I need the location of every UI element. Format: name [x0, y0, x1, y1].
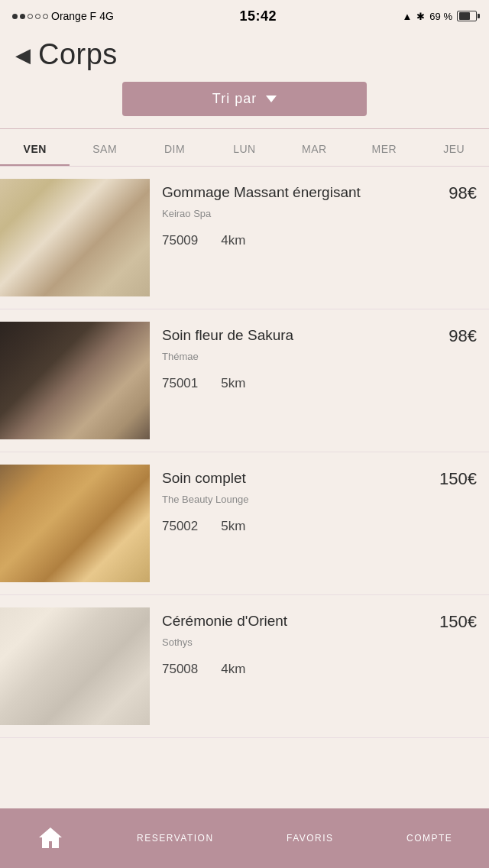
item-meta-4: 75008 4km	[162, 662, 477, 677]
item-vendor-2: Thémae	[162, 351, 477, 362]
item-title-3: Soin complet	[162, 469, 439, 488]
sort-button[interactable]: Tri par	[122, 82, 367, 116]
item-title-row-3: Soin complet 150€	[162, 469, 477, 489]
item-vendor-4: Sothys	[162, 636, 477, 648]
battery-fill	[459, 12, 470, 20]
tab-jeu[interactable]: JEU	[419, 132, 489, 166]
home-icon	[37, 824, 64, 852]
item-title-2: Soin fleur de Sakura	[162, 326, 449, 345]
item-vendor-3: The Beauty Lounge	[162, 494, 477, 505]
tab-mer[interactable]: MER	[349, 132, 419, 166]
nav-home[interactable]	[37, 824, 64, 852]
tab-ven[interactable]: VEN	[0, 132, 70, 166]
network-label: 4G	[99, 10, 114, 22]
tab-mar[interactable]: MAR	[280, 132, 349, 166]
item-title-1: Gommage Massant énergisant	[162, 183, 449, 202]
item-info-4: Cérémonie d'Orient 150€ Sothys 75008 4km	[162, 607, 477, 725]
item-meta-3: 75002 5km	[162, 519, 477, 534]
item-info-3: Soin complet 150€ The Beauty Lounge 7500…	[162, 465, 477, 582]
nav-favoris-label: FAVORIS	[287, 833, 334, 844]
status-right: ▲ ✱ 69 %	[402, 11, 477, 22]
signal-dot-2	[20, 14, 25, 19]
item-title-4: Cérémonie d'Orient	[162, 612, 439, 631]
nav-favoris[interactable]: FAVORIS	[287, 833, 334, 844]
status-left: Orange F 4G	[12, 10, 114, 22]
item-vendor-1: Keirao Spa	[162, 208, 477, 219]
item-info-1: Gommage Massant énergisant 98€ Keirao Sp…	[162, 179, 477, 296]
status-time: 15:42	[239, 8, 277, 24]
item-distance-3: 5km	[221, 519, 245, 534]
tab-sam[interactable]: SAM	[70, 132, 139, 166]
list-item[interactable]: Gommage Massant énergisant 98€ Keirao Sp…	[0, 167, 489, 309]
header-divider	[0, 128, 489, 129]
item-title-row-1: Gommage Massant énergisant 98€	[162, 183, 477, 203]
item-image-1	[0, 179, 150, 296]
status-bar: Orange F 4G 15:42 ▲ ✱ 69 %	[0, 0, 489, 32]
item-price-1: 98€	[449, 183, 477, 203]
listings-list: Gommage Massant énergisant 98€ Keirao Sp…	[0, 167, 489, 738]
item-image-3	[0, 465, 150, 582]
item-distance-4: 4km	[221, 662, 245, 677]
tab-lun[interactable]: LUN	[209, 132, 279, 166]
item-price-3: 150€	[439, 469, 477, 489]
day-tabs: VEN SAM DIM LUN MAR MER JEU	[0, 132, 489, 167]
list-item[interactable]: Soin complet 150€ The Beauty Lounge 7500…	[0, 452, 489, 595]
signal-dot-3	[28, 14, 33, 19]
nav-reservation[interactable]: RESERVATION	[137, 833, 214, 844]
item-postal-3: 75002	[162, 519, 198, 534]
item-postal-4: 75008	[162, 662, 198, 677]
signal-dots	[12, 14, 48, 19]
list-item[interactable]: Soin fleur de Sakura 98€ Thémae 75001 5k…	[0, 309, 489, 452]
list-item[interactable]: Cérémonie d'Orient 150€ Sothys 75008 4km	[0, 595, 489, 738]
item-title-row-2: Soin fleur de Sakura 98€	[162, 326, 477, 346]
item-postal-2: 75001	[162, 376, 198, 391]
sort-container: Tri par	[0, 82, 489, 128]
location-icon: ▲	[402, 11, 412, 22]
item-meta-2: 75001 5km	[162, 376, 477, 391]
bottom-nav: RESERVATION FAVORIS COMPTE	[0, 808, 489, 868]
item-image-2	[0, 322, 150, 439]
signal-dot-5	[43, 14, 48, 19]
item-meta-1: 75009 4km	[162, 233, 477, 248]
sort-label: Tri par	[212, 91, 257, 107]
carrier-label: Orange F	[51, 10, 96, 22]
item-image-4	[0, 607, 150, 725]
item-price-2: 98€	[449, 326, 477, 346]
item-title-row-4: Cérémonie d'Orient 150€	[162, 612, 477, 632]
battery-icon	[457, 11, 477, 21]
item-price-4: 150€	[439, 612, 477, 632]
bluetooth-icon: ✱	[416, 11, 425, 22]
page-title: Corps	[38, 38, 118, 71]
item-postal-1: 75009	[162, 233, 198, 248]
sort-arrow-icon	[266, 96, 277, 102]
item-distance-1: 4km	[221, 233, 245, 248]
nav-compte[interactable]: COMPTE	[406, 833, 452, 844]
main-content: Gommage Massant énergisant 98€ Keirao Sp…	[0, 167, 489, 798]
header: ◀ Corps	[0, 32, 489, 82]
signal-dot-1	[12, 14, 18, 19]
signal-dot-4	[35, 14, 40, 19]
nav-compte-label: COMPTE	[406, 833, 452, 844]
item-info-2: Soin fleur de Sakura 98€ Thémae 75001 5k…	[162, 322, 477, 439]
item-distance-2: 5km	[221, 376, 245, 391]
battery-percent: 69 %	[429, 11, 452, 22]
nav-reservation-label: RESERVATION	[137, 833, 214, 844]
tab-dim[interactable]: DIM	[140, 132, 209, 166]
back-button[interactable]: ◀	[15, 45, 31, 65]
